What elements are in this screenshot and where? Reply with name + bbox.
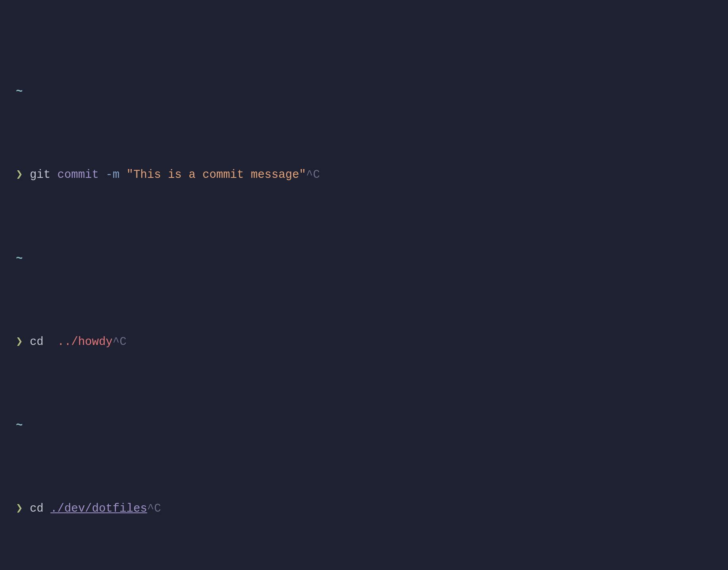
home-tilde: ~ xyxy=(16,419,23,432)
command-token: cd xyxy=(30,502,44,515)
terminal-line: ❯ cd ./dev/dotfiles^C xyxy=(16,501,712,517)
ctrl-c-indicator: ^C xyxy=(113,335,127,349)
home-tilde: ~ xyxy=(16,85,23,98)
terminal-line: ~ xyxy=(16,250,712,267)
terminal-line: ~ xyxy=(16,417,712,434)
home-tilde: ~ xyxy=(16,252,23,265)
prompt-icon: ❯ xyxy=(16,168,23,181)
prompt-icon: ❯ xyxy=(16,502,23,515)
ctrl-c-indicator: ^C xyxy=(147,502,161,515)
command-token: cd xyxy=(30,335,44,349)
terminal-viewport[interactable]: ~ ❯ git commit -m "This is a commit mess… xyxy=(0,0,728,570)
path-token: ../howdy xyxy=(58,335,113,349)
path-token: ./dev/dotfiles xyxy=(50,502,147,515)
terminal-line: ❯ git commit -m "This is a commit messag… xyxy=(16,167,712,183)
string-token: "This is a commit message" xyxy=(127,168,306,181)
subcommand-token: commit xyxy=(58,168,99,181)
prompt-icon: ❯ xyxy=(16,335,23,349)
ctrl-c-indicator: ^C xyxy=(306,168,320,181)
flag-token: -m xyxy=(106,168,119,181)
terminal-line: ❯ cd ../howdy^C xyxy=(16,334,712,350)
command-token: git xyxy=(30,168,50,181)
terminal-line: ~ xyxy=(16,83,712,100)
